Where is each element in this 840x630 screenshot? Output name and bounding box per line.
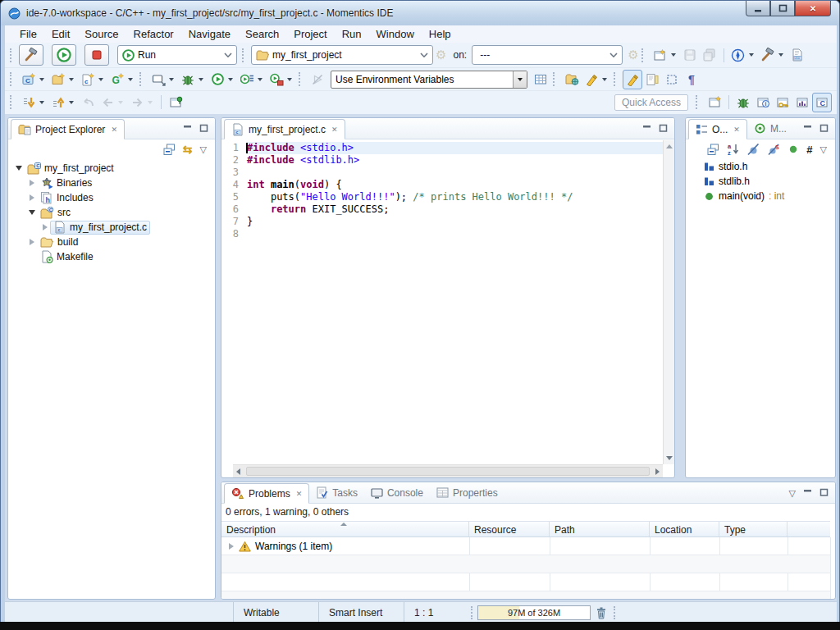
- profile-button[interactable]: [237, 70, 257, 89]
- dropdown-arrow-icon[interactable]: [749, 53, 754, 57]
- tab-outline[interactable]: O... ✕: [688, 119, 747, 139]
- maximize-view-button[interactable]: [819, 124, 829, 134]
- forward-button[interactable]: [127, 93, 147, 112]
- run-button[interactable]: [52, 44, 76, 66]
- debug-button[interactable]: [178, 70, 198, 89]
- perspective-sysinfo-button[interactable]: i: [753, 93, 773, 112]
- block-selection-button[interactable]: [662, 70, 682, 89]
- view-menu-icon[interactable]: ▽: [200, 145, 207, 153]
- new-wizard-button[interactable]: [651, 45, 670, 65]
- mark-occurrences-button[interactable]: [642, 70, 662, 89]
- perspective-c-cpp-button[interactable]: C: [812, 93, 832, 112]
- scrollbar-thumb[interactable]: [246, 467, 650, 476]
- collapse-all-icon[interactable]: [707, 144, 719, 156]
- new-c-project-button[interactable]: C: [19, 70, 39, 89]
- perspective-target-button[interactable]: [773, 93, 792, 112]
- dropdown-arrow-icon[interactable]: [228, 78, 233, 81]
- menu-search[interactable]: Search: [238, 26, 286, 42]
- perspective-debug-button[interactable]: [733, 93, 753, 112]
- column-header-description[interactable]: Description: [221, 522, 469, 536]
- dropdown-arrow-icon[interactable]: [69, 101, 74, 104]
- maximize-view-button[interactable]: [659, 124, 668, 134]
- toolbar-grip[interactable]: [553, 72, 559, 86]
- dropdown-arrow-icon[interactable]: [287, 78, 292, 81]
- dropdown-arrow-icon[interactable]: [128, 78, 133, 81]
- problems-row-warnings[interactable]: Warnings (1 item): [221, 537, 830, 555]
- hide-fields-icon[interactable]: [746, 143, 760, 156]
- tree-item-Includes[interactable]: hIncludes: [8, 190, 215, 205]
- quick-access-field[interactable]: Quick Access: [614, 94, 688, 111]
- toggle-highlighter-button[interactable]: [623, 70, 642, 89]
- minimize-view-button[interactable]: [183, 124, 192, 134]
- toolbar-grip[interactable]: [10, 72, 16, 86]
- outline-item-stdio.h[interactable]: stdio.h: [686, 159, 835, 174]
- maximize-view-button[interactable]: [819, 488, 829, 498]
- titlebar[interactable]: ide-7.0-workspace - C/C++ - my_first_pro…: [1, 1, 839, 25]
- show-whitespace-button[interactable]: ¶: [682, 70, 701, 89]
- column-header-type[interactable]: Type: [719, 522, 788, 536]
- horizontal-scrollbar[interactable]: [233, 464, 663, 477]
- launch-target-combo[interactable]: ---: [472, 45, 623, 65]
- tab-properties[interactable]: Properties: [430, 482, 504, 503]
- scroll-down-icon[interactable]: [666, 456, 673, 460]
- tab-make-targets[interactable]: M...: [747, 118, 793, 139]
- environment-combo[interactable]: Use Environment Variables: [331, 71, 527, 89]
- toolbar-grip[interactable]: [139, 72, 145, 86]
- menu-source[interactable]: Source: [77, 26, 126, 42]
- expander-open-icon[interactable]: [13, 166, 24, 171]
- toolbar-grip[interactable]: [10, 48, 16, 62]
- column-header-path[interactable]: Path: [550, 522, 650, 536]
- open-perspective-button[interactable]: [705, 93, 724, 112]
- tab-editor-file[interactable]: c my_first_project.c ✕: [224, 119, 345, 139]
- run-garbage-collector-button[interactable]: [594, 605, 609, 620]
- menu-run[interactable]: Run: [335, 26, 369, 42]
- minimize-window-button[interactable]: [746, 1, 770, 16]
- maximize-view-button[interactable]: [199, 124, 208, 134]
- menu-project[interactable]: Project: [286, 26, 334, 42]
- tree-item-my_first_project[interactable]: Cmy_first_project: [8, 161, 215, 176]
- save-all-button[interactable]: [700, 45, 719, 65]
- close-icon[interactable]: ✕: [330, 126, 338, 134]
- code-editor[interactable]: 12345678 #include <stdio.h>#include <std…: [221, 140, 663, 464]
- minimize-view-button[interactable]: [803, 488, 812, 498]
- dropdown-arrow-icon[interactable]: [69, 78, 74, 81]
- close-icon[interactable]: ✕: [294, 490, 303, 498]
- expander-closed-icon[interactable]: [26, 239, 37, 245]
- close-icon[interactable]: ✕: [732, 126, 740, 134]
- toolbar-grip[interactable]: [299, 72, 304, 86]
- build-config-button[interactable]: [758, 45, 778, 65]
- minimize-view-button[interactable]: [803, 124, 812, 134]
- new-c-file-button[interactable]: c: [78, 70, 98, 89]
- getting-started-button[interactable]: G: [107, 70, 127, 89]
- binary-parser-button[interactable]: 010: [788, 45, 807, 65]
- previous-annotation-button[interactable]: [48, 93, 68, 112]
- run-as-button[interactable]: [208, 70, 227, 89]
- menu-window[interactable]: Window: [369, 26, 422, 42]
- tab-problems[interactable]: Problems✕: [224, 483, 309, 504]
- back-button[interactable]: [98, 93, 117, 112]
- dropdown-arrow-icon[interactable]: [39, 101, 44, 104]
- expander-open-icon[interactable]: [26, 210, 37, 215]
- column-header-resource[interactable]: Resource: [469, 522, 550, 536]
- variables-table-button[interactable]: [531, 70, 550, 89]
- dropdown-arrow-icon[interactable]: [671, 53, 676, 57]
- close-icon[interactable]: ✕: [109, 126, 117, 134]
- maximize-window-button[interactable]: [770, 1, 795, 16]
- vertical-scrollbar[interactable]: [663, 140, 674, 464]
- attach-screen-button[interactable]: [148, 70, 168, 89]
- hide-macros-icon[interactable]: #: [806, 144, 812, 155]
- menu-refactor[interactable]: Refactor: [126, 26, 181, 42]
- close-window-button[interactable]: ✕: [795, 1, 831, 16]
- build-button[interactable]: [19, 44, 43, 66]
- menu-edit[interactable]: Edit: [44, 26, 77, 42]
- toolbar-grip[interactable]: [10, 95, 16, 109]
- expander-closed-icon[interactable]: [39, 224, 50, 231]
- dropdown-arrow-icon[interactable]: [199, 78, 203, 81]
- menu-navigate[interactable]: Navigate: [181, 26, 238, 42]
- dropdown-arrow-icon[interactable]: [778, 53, 783, 57]
- collapse-all-icon[interactable]: [163, 144, 176, 156]
- dropdown-arrow-icon[interactable]: [258, 78, 262, 81]
- launch-mode-combo[interactable]: Run: [117, 45, 237, 65]
- next-annotation-button[interactable]: [19, 93, 39, 112]
- menu-file[interactable]: File: [12, 26, 44, 42]
